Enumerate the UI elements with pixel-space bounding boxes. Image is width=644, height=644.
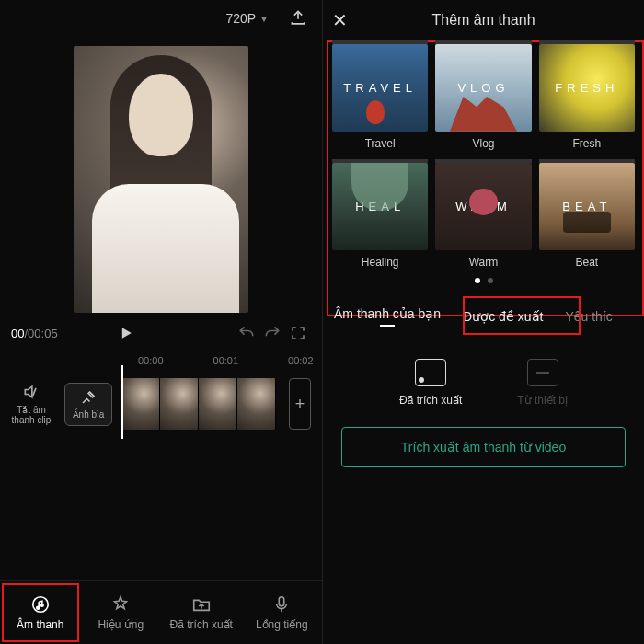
category-thumb: BEAT — [539, 163, 635, 250]
extract-options: Đã trích xuất Từ thiết bị — [323, 335, 644, 421]
resolution-value: 720P — [225, 11, 256, 26]
dot-1[interactable] — [475, 278, 480, 283]
category-thumb: HEAL — [332, 163, 428, 250]
category-vlog[interactable]: VLOGVlog — [435, 44, 531, 150]
top-bar: 720P ▼ — [0, 0, 322, 37]
nav-label: Lồng tiếng — [256, 618, 308, 631]
close-button[interactable]: ✕ — [332, 9, 348, 31]
folder-icon — [191, 594, 212, 615]
export-icon[interactable] — [285, 9, 311, 28]
category-label: Beat — [575, 256, 598, 269]
time-display: 00/00:05 — [11, 327, 58, 340]
option-label: Đã trích xuất — [399, 394, 462, 407]
category-thumb: TRAVEL — [332, 44, 428, 132]
audio-tabs: Âm thanh của bạn Được đề xuất Yêu thíc — [323, 298, 644, 335]
svg-point-1 — [37, 606, 40, 609]
nav-label: Âm thanh — [17, 618, 63, 631]
category-label: Travel — [365, 137, 396, 150]
category-label: Vlog — [472, 137, 494, 150]
nav-audio[interactable]: Âm thanh — [0, 581, 81, 644]
mic-icon — [271, 594, 292, 615]
effects-icon — [110, 594, 131, 615]
timeline-ticks: 00:00 00:01 00:02 — [0, 355, 322, 370]
cover-button[interactable]: Ảnh bìa — [64, 383, 112, 426]
chevron-down-icon: ▼ — [259, 14, 269, 24]
play-button[interactable] — [113, 324, 139, 342]
clip-thumb — [237, 378, 276, 430]
clip-thumb — [160, 378, 199, 430]
editor-pane: 720P ▼ 00/00:05 — [0, 0, 322, 644]
mute-clip-button[interactable]: Tắt âm thanh clip — [7, 383, 55, 425]
nav-label: Đã trích xuất — [170, 618, 233, 631]
preview-area — [0, 37, 322, 316]
clip-thumb — [121, 378, 160, 430]
category-thumb: FRESH — [539, 44, 635, 132]
nav-effects[interactable]: Hiệu ứng — [81, 581, 162, 644]
timeline: 00:00 00:01 00:02 Tắt âm thanh clip Ảnh … — [0, 350, 322, 438]
bottom-nav: Âm thanh Hiệu ứng Đã trích xuất — [0, 580, 322, 644]
nav-voiceover[interactable]: Lồng tiếng — [242, 581, 323, 644]
option-label: Từ thiết bị — [517, 394, 568, 407]
tab-your-audio[interactable]: Âm thanh của bạn — [328, 303, 446, 330]
undo-button[interactable] — [234, 324, 259, 342]
playhead[interactable] — [121, 365, 123, 439]
mute-label: Tắt âm thanh clip — [7, 405, 55, 425]
category-label: Warm — [469, 256, 499, 269]
nav-extracted[interactable]: Đã trích xuất — [161, 581, 242, 644]
option-extracted[interactable]: Đã trích xuất — [399, 359, 462, 407]
category-thumb: VLOG — [435, 44, 531, 132]
panel-header: ✕ Thêm âm thanh — [323, 0, 644, 40]
category-label: Healing — [362, 256, 399, 269]
option-from-device[interactable]: Từ thiết bị — [517, 359, 568, 407]
tab-recommended[interactable]: Được đề xuất — [457, 305, 548, 328]
cover-label: Ảnh bìa — [73, 409, 105, 420]
category-beat[interactable]: BEATBeat — [539, 163, 635, 269]
audio-icon — [30, 594, 51, 615]
category-healing[interactable]: HEALHealing — [332, 163, 428, 269]
category-label: Fresh — [572, 137, 601, 150]
nav-label: Hiệu ứng — [98, 618, 144, 631]
fullscreen-button[interactable] — [285, 325, 311, 341]
svg-rect-3 — [280, 596, 285, 605]
video-preview[interactable] — [74, 46, 248, 313]
add-clip-button[interactable]: + — [289, 378, 311, 430]
clip-track[interactable] — [121, 378, 276, 430]
redo-button[interactable] — [259, 324, 285, 342]
category-warm[interactable]: WARMWarm — [435, 163, 531, 269]
dot-2[interactable] — [488, 278, 493, 283]
page-dots[interactable] — [332, 269, 635, 287]
panel-title: Thêm âm thanh — [431, 12, 535, 29]
svg-point-2 — [40, 604, 43, 606]
resolution-select[interactable]: 720P ▼ — [225, 11, 269, 26]
category-fresh[interactable]: FRESHFresh — [539, 44, 635, 150]
audio-panel: ✕ Thêm âm thanh TRAVELTravelVLOGVlogFRES… — [322, 0, 644, 644]
extract-audio-button[interactable]: Trích xuất âm thanh từ video — [341, 427, 626, 467]
tab-favorites[interactable]: Yêu thíc — [559, 305, 617, 328]
transport-bar: 00/00:05 — [0, 316, 322, 350]
category-section: TRAVELTravelVLOGVlogFRESHFreshHEALHealin… — [323, 40, 644, 293]
clip-thumb — [199, 378, 237, 430]
category-thumb: WARM — [435, 163, 531, 250]
category-travel[interactable]: TRAVELTravel — [332, 44, 428, 150]
